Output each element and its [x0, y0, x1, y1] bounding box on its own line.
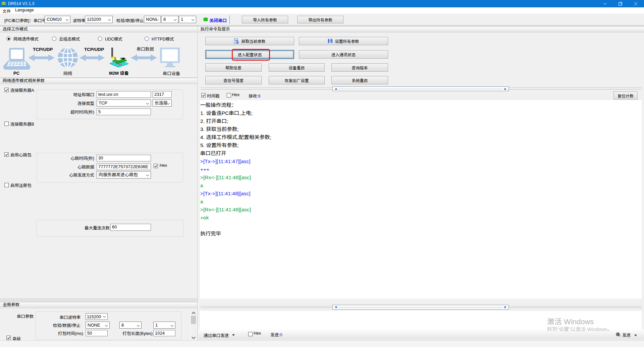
svg-text:网络: 网络	[63, 71, 72, 76]
svg-text:串口数据: 串口数据	[137, 47, 154, 52]
svg-text:TCP/UDP: TCP/UDP	[33, 47, 53, 52]
svg-text:M2M 设备: M2M 设备	[109, 71, 129, 76]
svg-text:串口设备: 串口设备	[163, 71, 180, 76]
svg-text:TCP/UDP: TCP/UDP	[84, 47, 104, 52]
svg-text:PC: PC	[13, 71, 20, 76]
